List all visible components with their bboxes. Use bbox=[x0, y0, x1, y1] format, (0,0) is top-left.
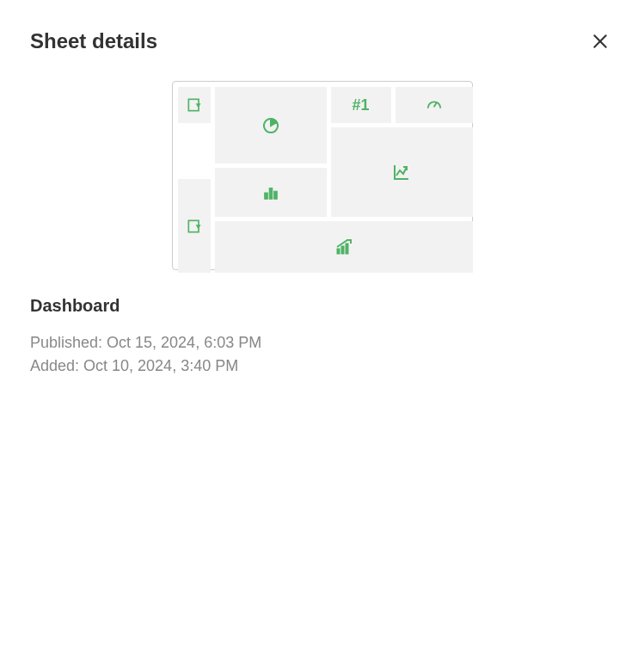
rank-tile: #1 bbox=[331, 87, 391, 123]
svg-rect-5 bbox=[269, 188, 273, 199]
modal-header: Sheet details bbox=[30, 28, 614, 55]
svg-rect-6 bbox=[273, 191, 277, 199]
close-button[interactable] bbox=[586, 28, 614, 55]
added-label: Added: bbox=[30, 357, 83, 374]
published-line: Published: Oct 15, 2024, 6:03 PM bbox=[30, 331, 614, 355]
filter-icon bbox=[186, 218, 203, 235]
close-icon bbox=[592, 33, 609, 50]
line-chart-tile bbox=[331, 127, 473, 217]
pie-chart-icon bbox=[261, 115, 281, 136]
published-label: Published: bbox=[30, 334, 107, 351]
bar-chart-icon bbox=[261, 183, 280, 202]
sheet-name: Dashboard bbox=[30, 296, 614, 316]
sheet-details-modal: Sheet details #1 bbox=[0, 0, 644, 666]
svg-rect-9 bbox=[341, 246, 344, 254]
filter-icon bbox=[186, 96, 203, 114]
modal-title: Sheet details bbox=[30, 29, 157, 53]
svg-rect-4 bbox=[264, 193, 267, 199]
added-line: Added: Oct 10, 2024, 3:40 PM bbox=[30, 355, 614, 378]
line-chart-icon bbox=[391, 162, 412, 182]
svg-line-3 bbox=[434, 102, 437, 107]
svg-rect-8 bbox=[337, 249, 340, 254]
bar-chart-tile bbox=[215, 168, 327, 217]
filter-tile bbox=[178, 87, 211, 123]
rank-label: #1 bbox=[352, 96, 369, 114]
pie-chart-tile bbox=[215, 87, 327, 163]
trend-chart-tile bbox=[215, 221, 473, 273]
gauge-icon bbox=[425, 96, 444, 114]
sheet-details-section: Dashboard Published: Oct 15, 2024, 6:03 … bbox=[30, 296, 614, 378]
gauge-tile bbox=[396, 87, 473, 123]
sheet-preview-thumbnail: #1 bbox=[172, 81, 473, 270]
svg-rect-10 bbox=[346, 244, 348, 254]
filter-tile-2 bbox=[178, 179, 211, 273]
published-value: Oct 15, 2024, 6:03 PM bbox=[107, 334, 261, 351]
added-value: Oct 10, 2024, 3:40 PM bbox=[83, 357, 238, 374]
trend-chart-icon bbox=[334, 237, 354, 257]
